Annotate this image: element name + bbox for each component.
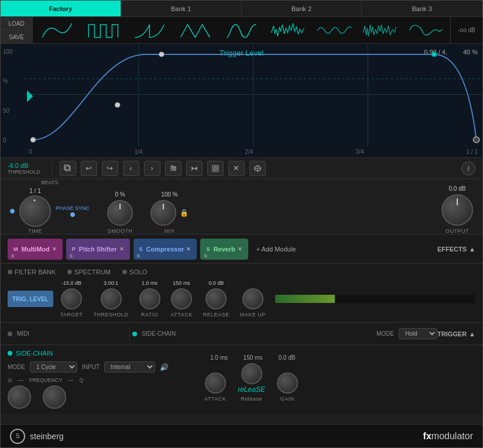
effect-multimod[interactable]: M MultiMod ✕ S [8,239,63,260]
attack-value: 150 ms [173,280,190,286]
pitch-close[interactable]: ✕ [119,246,124,252]
time-knob-group: BEATS 1 / 1 TIME PHASE SYNC [10,180,90,234]
eq-button[interactable] [165,161,181,176]
sc-input-select[interactable]: Internal Sidechain 1 Sidechain 2 [104,361,155,373]
attack-label: ATTACK [171,312,193,318]
reverb-close[interactable]: ✕ [238,246,242,252]
target-knob[interactable] [61,288,82,309]
attack-knob[interactable] [171,288,192,309]
envelope-area: 100 % 50 0 Trigger Level 0.90 / 4, 40 % [1,44,482,158]
filter-bank-tab[interactable]: FILTER BANK [8,268,56,275]
effect-pitch[interactable]: P Pitch Shifter ✕ S [66,239,130,260]
waveform-preset-1[interactable] [35,19,79,42]
trig-level-button[interactable]: TRIG. LEVEL [8,291,53,307]
waveform-preset-2[interactable] [81,19,125,42]
waveform-preset-6[interactable] [266,19,310,42]
waveform-preset-5[interactable] [220,19,263,42]
preset-tab-bank2[interactable]: Bank 2 [242,1,362,16]
release-value: 0.0 dB [208,280,224,286]
sc-right-values: 1.0 ms 150 ms 0.0 dB [204,354,475,361]
phase-sync-indicator[interactable] [70,212,75,217]
lock-icon[interactable]: 🔒 [180,209,189,217]
envelope-canvas[interactable] [24,44,482,146]
compressor-label: Compressor [146,246,184,253]
effect-reverb[interactable]: S Reverb ✕ S [200,239,248,260]
x-axis: 0 1/4 2/4 3/4 1 / 1 [24,149,482,155]
preset-tab-bank1[interactable]: Bank 1 [121,1,242,16]
target-knob-group: -15.0 dB TARGET [60,280,83,318]
trigger-label: TRIGGER ▲ [437,330,475,337]
sc-mode-label: MODE [8,364,25,370]
ratio-knob[interactable] [139,288,160,309]
undo-button[interactable]: ↩ [81,161,97,176]
svg-rect-25 [213,169,215,171]
beats-label: BEATS [42,180,59,185]
frequency-label: FREQUENCY [29,377,63,383]
compressor-close[interactable]: ✕ [186,246,191,252]
sidechain-left: SIDE-CHAIN MODE 1 Cycle Loop Ping-Pong I… [8,350,195,409]
stretch-button[interactable] [186,161,203,176]
comp-knobs-row: TRIG. LEVEL -15.0 dB TARGET 3.00:1 THRES… [8,280,475,318]
multimod-close[interactable]: ✕ [52,246,57,252]
waveform-preset-8[interactable] [358,19,402,42]
solo-tab[interactable]: SOLO [122,268,148,275]
info-button[interactable]: i [461,161,475,175]
output-knob-group: 0.0 dB OUTPUT [441,185,473,234]
release-knob[interactable] [205,288,227,309]
mix-knob[interactable] [150,200,176,226]
trigger-collapse-icon[interactable]: ▲ [469,330,475,337]
midi-dot [8,332,12,336]
preset-tab-bank3[interactable]: Bank 3 [362,1,482,16]
svg-point-5 [30,137,35,142]
preset-bar: Factory Bank 1 Bank 2 Bank 3 [1,1,482,17]
sidechain-mode-group: SIDE-CHAIN [132,330,372,337]
waveform-preset-3[interactable] [128,19,172,42]
svg-point-8 [431,52,436,57]
sc-freq-knob1[interactable] [8,385,31,409]
mode-select[interactable]: Hold Gate Trigger Toggle [399,328,437,339]
sc-release-knob[interactable] [241,363,262,384]
sc-freq-knob2[interactable] [43,385,66,409]
preset-tab-factory[interactable]: Factory [1,1,121,16]
add-module-button[interactable]: + Add Module [252,246,301,253]
grid-button[interactable] [207,161,224,176]
spectrum-tab[interactable]: SPECTRUM [67,268,111,275]
target-label: TARGET [60,312,83,318]
sc-release-value: 150 ms [238,354,268,361]
makeup-knob[interactable] [242,288,263,309]
trigger-section: MIDI SIDE-CHAIN MODE Hold Gate Trigger T… [1,323,482,345]
sc-gain-knob[interactable] [277,373,298,394]
comp-meter-fill [275,295,335,303]
sc-mode-select[interactable]: 1 Cycle Loop Ping-Pong [30,361,77,373]
smooth-knob-group: 0 % SMOOTH [107,191,133,234]
next-button[interactable]: › [144,161,160,176]
comp-threshold-knob[interactable] [101,288,122,309]
3d-button[interactable] [249,161,266,176]
output-knob[interactable] [441,194,473,226]
attack-knob-group: 150 ms ATTACK [171,280,193,318]
effects-collapse-icon[interactable]: ▲ [469,246,475,253]
svg-point-9 [474,137,479,143]
effect-compressor[interactable]: S Compressor ✕ S [133,239,197,260]
close-button[interactable]: ✕ [228,161,245,176]
waveform-preset-4[interactable] [173,19,217,42]
ratio-label: RATIO [141,312,158,318]
smooth-knob[interactable] [107,200,133,226]
sc-attack-knob[interactable] [205,373,226,394]
smooth-label: SMOOTH [108,228,133,234]
load-button[interactable]: LOAD [1,17,32,30]
svg-point-7 [159,52,164,57]
waveform-preset-9[interactable] [404,19,448,42]
threshold-label: THRESHOLD [8,169,40,175]
waveform-preset-7[interactable] [312,19,356,42]
release-label: RELEASE [203,312,229,318]
output-label: OUTPUT [446,228,469,234]
time-knob[interactable] [19,195,51,227]
pitch-label: Pitch Shifter [79,246,117,253]
mode-select-group: MODE Hold Gate Trigger Toggle [376,328,437,339]
redo-button[interactable]: ↪ [102,161,118,176]
sc-gain-label: GAIN [280,396,294,402]
prev-button[interactable]: ‹ [123,161,139,176]
copy-button[interactable] [60,161,76,176]
save-button[interactable]: SAVE [1,30,32,43]
